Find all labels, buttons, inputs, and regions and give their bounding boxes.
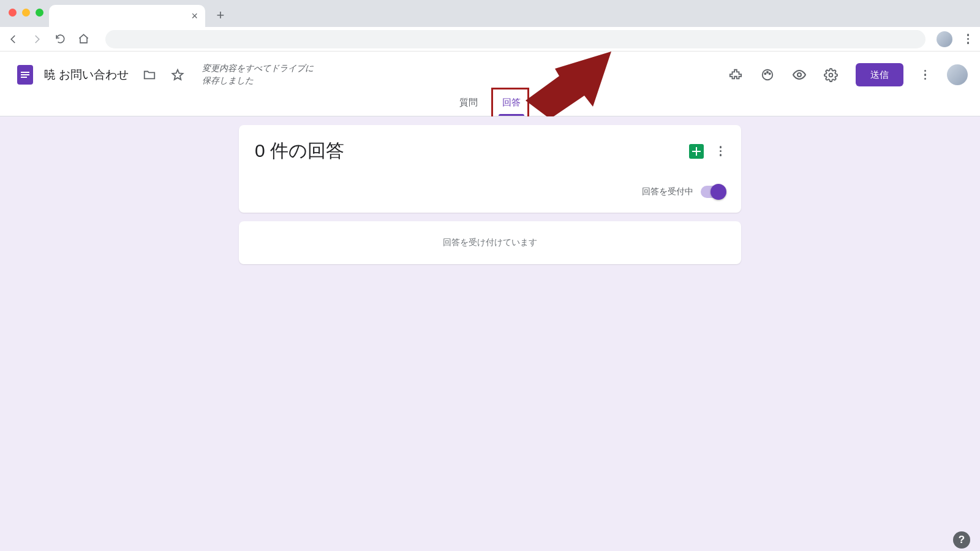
preview-button[interactable] [792,67,807,82]
nav-buttons [7,33,89,45]
plus-icon: + [217,7,225,23]
window-minimize-button[interactable] [22,9,30,17]
main-content: 0 件の回答 回答を受付中 回答を受け付けています ? [0,116,980,551]
account-avatar[interactable] [947,64,968,85]
new-tab-button[interactable]: + [211,6,230,25]
responses-summary-card: 0 件の回答 回答を受付中 [239,125,741,213]
create-spreadsheet-button[interactable] [689,144,704,159]
move-to-folder-button[interactable] [142,67,157,82]
forms-header: 暁 お問い合わせ 変更内容をすべてドライブに 保存しました 送信 [0,51,980,116]
svg-point-5 [829,73,833,77]
svg-point-2 [766,72,767,73]
browser-tab[interactable]: × [49,5,205,27]
waiting-message: 回答を受け付けています [443,237,537,247]
tab-responses[interactable]: 回答 [499,91,524,116]
help-icon: ? [959,534,965,546]
accepting-responses-toggle[interactable] [701,186,725,198]
responses-waiting-card: 回答を受け付けています [239,221,741,264]
svg-point-4 [797,73,801,77]
tab-close-icon[interactable]: × [191,10,198,21]
browser-toolbar [0,27,980,51]
browser-profile-avatar[interactable] [937,31,952,47]
svg-point-3 [769,73,770,74]
responses-more-menu[interactable] [716,146,726,156]
browser-menu-button[interactable] [963,34,973,44]
forms-header-top: 暁 お問い合わせ 変更内容をすべてドライブに 保存しました 送信 [0,59,980,91]
save-status-line2: 保存しました [202,75,314,87]
form-title[interactable]: 暁 お問い合わせ [44,67,129,83]
responses-count-title: 0 件の回答 [255,139,344,164]
forms-more-menu[interactable] [921,70,930,80]
send-button[interactable]: 送信 [856,63,903,86]
tab-questions[interactable]: 質問 [456,91,481,116]
address-bar[interactable] [105,30,925,48]
forms-header-actions: 送信 [728,63,968,86]
save-status: 変更内容をすべてドライブに 保存しました [202,63,314,86]
help-button[interactable]: ? [953,531,970,549]
reload-button[interactable] [54,33,66,45]
back-button[interactable] [7,33,20,45]
addons-button[interactable] [728,67,743,82]
window-close-button[interactable] [9,9,17,17]
svg-point-1 [764,73,766,74]
toggle-knob [710,184,726,200]
home-button[interactable] [77,33,89,45]
theme-button[interactable] [760,67,775,82]
settings-button[interactable] [824,67,839,82]
star-button[interactable] [170,67,185,82]
accepting-responses-label: 回答を受付中 [642,186,693,197]
forms-logo-icon[interactable] [17,65,33,85]
form-tabs: 質問 回答 [0,91,980,116]
save-status-line1: 変更内容をすべてドライブに [202,63,314,75]
accepting-responses-row: 回答を受付中 [255,186,725,198]
forward-button[interactable] [31,33,43,45]
responses-card-header: 0 件の回答 [255,139,725,164]
browser-chrome: × + [0,0,980,27]
window-maximize-button[interactable] [36,9,43,17]
browser-tab-strip: × + [49,0,230,27]
window-traffic-lights [9,9,43,17]
